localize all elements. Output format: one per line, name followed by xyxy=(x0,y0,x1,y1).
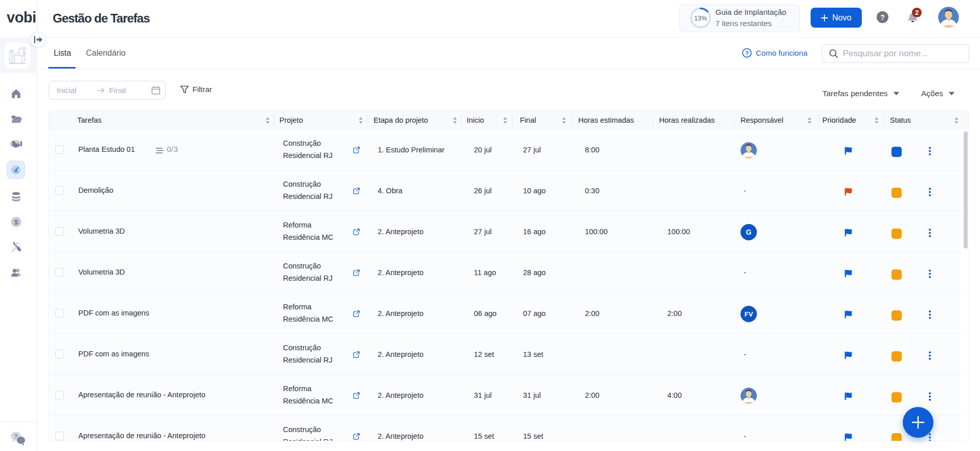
svg-text:13%: 13% xyxy=(694,15,707,22)
svg-text:?: ? xyxy=(745,50,749,56)
svg-text:$: $ xyxy=(14,218,18,226)
